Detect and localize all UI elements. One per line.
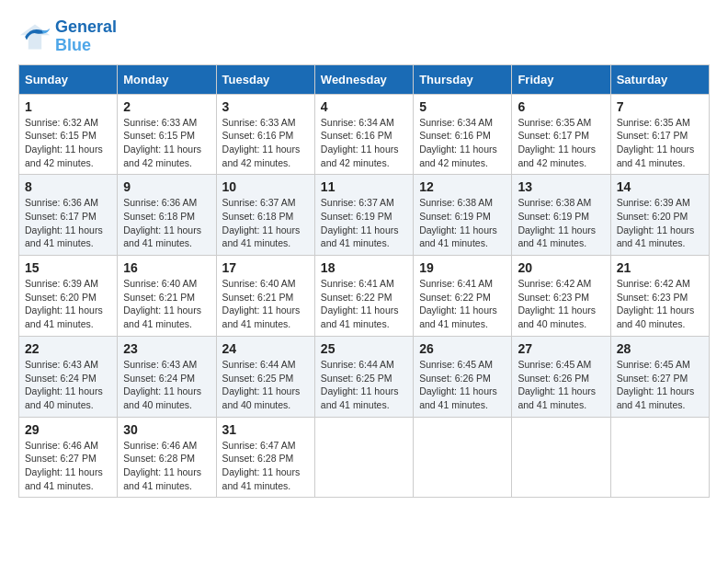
day-info: Sunrise: 6:39 AM Sunset: 6:20 PM Dayligh… bbox=[25, 277, 111, 331]
day-number: 30 bbox=[123, 422, 210, 437]
calendar-day-cell: 23Sunrise: 6:43 AM Sunset: 6:24 PM Dayli… bbox=[118, 336, 216, 417]
calendar-week-row: 15Sunrise: 6:39 AM Sunset: 6:20 PM Dayli… bbox=[19, 256, 710, 337]
calendar-day-cell: 12Sunrise: 6:38 AM Sunset: 6:19 PM Dayli… bbox=[414, 175, 512, 256]
day-number: 15 bbox=[25, 260, 111, 275]
calendar-day-header: Monday bbox=[118, 64, 216, 94]
day-info: Sunrise: 6:46 AM Sunset: 6:27 PM Dayligh… bbox=[25, 439, 111, 493]
day-number: 27 bbox=[518, 341, 604, 356]
day-info: Sunrise: 6:36 AM Sunset: 6:17 PM Dayligh… bbox=[25, 196, 111, 250]
day-info: Sunrise: 6:47 AM Sunset: 6:28 PM Dayligh… bbox=[222, 439, 309, 493]
day-number: 3 bbox=[222, 99, 309, 114]
calendar-day-cell: 9Sunrise: 6:36 AM Sunset: 6:18 PM Daylig… bbox=[118, 175, 216, 256]
day-info: Sunrise: 6:33 AM Sunset: 6:16 PM Dayligh… bbox=[222, 116, 309, 170]
day-number: 16 bbox=[123, 260, 210, 275]
day-number: 7 bbox=[617, 99, 703, 114]
day-number: 29 bbox=[25, 422, 111, 437]
day-info: Sunrise: 6:34 AM Sunset: 6:16 PM Dayligh… bbox=[321, 116, 407, 170]
calendar-day-cell: 21Sunrise: 6:42 AM Sunset: 6:23 PM Dayli… bbox=[610, 256, 709, 337]
calendar-table: SundayMondayTuesdayWednesdayThursdayFrid… bbox=[18, 64, 710, 499]
day-number: 20 bbox=[518, 260, 604, 275]
day-info: Sunrise: 6:38 AM Sunset: 6:19 PM Dayligh… bbox=[419, 196, 506, 250]
day-number: 26 bbox=[419, 341, 506, 356]
day-info: Sunrise: 6:40 AM Sunset: 6:21 PM Dayligh… bbox=[222, 277, 309, 331]
day-info: Sunrise: 6:45 AM Sunset: 6:26 PM Dayligh… bbox=[419, 358, 506, 412]
day-info: Sunrise: 6:34 AM Sunset: 6:16 PM Dayligh… bbox=[419, 116, 506, 170]
day-number: 14 bbox=[617, 179, 703, 194]
day-number: 5 bbox=[419, 99, 506, 114]
calendar-day-cell: 6Sunrise: 6:35 AM Sunset: 6:17 PM Daylig… bbox=[512, 94, 610, 175]
calendar-day-cell: 7Sunrise: 6:35 AM Sunset: 6:17 PM Daylig… bbox=[610, 94, 709, 175]
calendar-day-cell: 17Sunrise: 6:40 AM Sunset: 6:21 PM Dayli… bbox=[216, 256, 314, 337]
day-info: Sunrise: 6:40 AM Sunset: 6:21 PM Dayligh… bbox=[123, 277, 210, 331]
logo: GeneralBlue bbox=[18, 18, 117, 55]
calendar-day-cell: 31Sunrise: 6:47 AM Sunset: 6:28 PM Dayli… bbox=[216, 417, 314, 498]
day-info: Sunrise: 6:42 AM Sunset: 6:23 PM Dayligh… bbox=[617, 277, 703, 331]
calendar-day-cell: 29Sunrise: 6:46 AM Sunset: 6:27 PM Dayli… bbox=[19, 417, 118, 498]
calendar-day-cell: 10Sunrise: 6:37 AM Sunset: 6:18 PM Dayli… bbox=[216, 175, 314, 256]
day-number: 12 bbox=[419, 179, 506, 194]
calendar-day-cell: 27Sunrise: 6:45 AM Sunset: 6:26 PM Dayli… bbox=[512, 336, 610, 417]
calendar-day-cell: 2Sunrise: 6:33 AM Sunset: 6:15 PM Daylig… bbox=[118, 94, 216, 175]
day-info: Sunrise: 6:41 AM Sunset: 6:22 PM Dayligh… bbox=[419, 277, 506, 331]
calendar-day-cell: 19Sunrise: 6:41 AM Sunset: 6:22 PM Dayli… bbox=[414, 256, 512, 337]
day-info: Sunrise: 6:45 AM Sunset: 6:27 PM Dayligh… bbox=[617, 358, 703, 412]
calendar-day-cell: 20Sunrise: 6:42 AM Sunset: 6:23 PM Dayli… bbox=[512, 256, 610, 337]
day-number: 18 bbox=[321, 260, 407, 275]
calendar-day-cell: 18Sunrise: 6:41 AM Sunset: 6:22 PM Dayli… bbox=[314, 256, 413, 337]
day-info: Sunrise: 6:45 AM Sunset: 6:26 PM Dayligh… bbox=[518, 358, 604, 412]
day-info: Sunrise: 6:38 AM Sunset: 6:19 PM Dayligh… bbox=[518, 196, 604, 250]
day-number: 17 bbox=[222, 260, 309, 275]
calendar-week-row: 8Sunrise: 6:36 AM Sunset: 6:17 PM Daylig… bbox=[19, 175, 710, 256]
logo-icon bbox=[18, 20, 51, 53]
calendar-day-cell: 14Sunrise: 6:39 AM Sunset: 6:20 PM Dayli… bbox=[610, 175, 709, 256]
calendar-day-cell: 25Sunrise: 6:44 AM Sunset: 6:25 PM Dayli… bbox=[314, 336, 413, 417]
calendar-week-row: 1Sunrise: 6:32 AM Sunset: 6:15 PM Daylig… bbox=[19, 94, 710, 175]
calendar-day-cell: 28Sunrise: 6:45 AM Sunset: 6:27 PM Dayli… bbox=[610, 336, 709, 417]
day-number: 10 bbox=[222, 179, 309, 194]
logo-text: GeneralBlue bbox=[55, 18, 117, 55]
calendar-day-header: Thursday bbox=[414, 64, 512, 94]
day-number: 22 bbox=[25, 341, 111, 356]
day-info: Sunrise: 6:41 AM Sunset: 6:22 PM Dayligh… bbox=[321, 277, 407, 331]
calendar-day-cell: 15Sunrise: 6:39 AM Sunset: 6:20 PM Dayli… bbox=[19, 256, 118, 337]
day-number: 25 bbox=[321, 341, 407, 356]
day-info: Sunrise: 6:43 AM Sunset: 6:24 PM Dayligh… bbox=[25, 358, 111, 412]
day-info: Sunrise: 6:42 AM Sunset: 6:23 PM Dayligh… bbox=[518, 277, 604, 331]
day-info: Sunrise: 6:44 AM Sunset: 6:25 PM Dayligh… bbox=[222, 358, 309, 412]
day-number: 19 bbox=[419, 260, 506, 275]
day-number: 2 bbox=[123, 99, 210, 114]
calendar-day-cell: 4Sunrise: 6:34 AM Sunset: 6:16 PM Daylig… bbox=[314, 94, 413, 175]
day-info: Sunrise: 6:37 AM Sunset: 6:19 PM Dayligh… bbox=[321, 196, 407, 250]
calendar-day-cell bbox=[314, 417, 413, 498]
day-number: 24 bbox=[222, 341, 309, 356]
calendar-day-header: Tuesday bbox=[216, 64, 314, 94]
calendar-week-row: 29Sunrise: 6:46 AM Sunset: 6:27 PM Dayli… bbox=[19, 417, 710, 498]
calendar-header-row: SundayMondayTuesdayWednesdayThursdayFrid… bbox=[19, 64, 710, 94]
day-info: Sunrise: 6:32 AM Sunset: 6:15 PM Dayligh… bbox=[25, 116, 111, 170]
day-number: 13 bbox=[518, 179, 604, 194]
day-number: 21 bbox=[617, 260, 703, 275]
day-info: Sunrise: 6:35 AM Sunset: 6:17 PM Dayligh… bbox=[617, 116, 703, 170]
calendar-week-row: 22Sunrise: 6:43 AM Sunset: 6:24 PM Dayli… bbox=[19, 336, 710, 417]
calendar-day-header: Friday bbox=[512, 64, 610, 94]
day-info: Sunrise: 6:39 AM Sunset: 6:20 PM Dayligh… bbox=[617, 196, 703, 250]
calendar-day-cell: 1Sunrise: 6:32 AM Sunset: 6:15 PM Daylig… bbox=[19, 94, 118, 175]
calendar-day-cell: 5Sunrise: 6:34 AM Sunset: 6:16 PM Daylig… bbox=[414, 94, 512, 175]
day-number: 31 bbox=[222, 422, 309, 437]
calendar-day-cell: 11Sunrise: 6:37 AM Sunset: 6:19 PM Dayli… bbox=[314, 175, 413, 256]
calendar-day-cell: 24Sunrise: 6:44 AM Sunset: 6:25 PM Dayli… bbox=[216, 336, 314, 417]
day-number: 9 bbox=[123, 179, 210, 194]
calendar-day-header: Saturday bbox=[610, 64, 709, 94]
day-info: Sunrise: 6:46 AM Sunset: 6:28 PM Dayligh… bbox=[123, 439, 210, 493]
day-info: Sunrise: 6:44 AM Sunset: 6:25 PM Dayligh… bbox=[321, 358, 407, 412]
calendar-day-cell bbox=[414, 417, 512, 498]
day-info: Sunrise: 6:35 AM Sunset: 6:17 PM Dayligh… bbox=[518, 116, 604, 170]
calendar-day-cell: 3Sunrise: 6:33 AM Sunset: 6:16 PM Daylig… bbox=[216, 94, 314, 175]
day-number: 6 bbox=[518, 99, 604, 114]
day-number: 8 bbox=[25, 179, 111, 194]
day-number: 28 bbox=[617, 341, 703, 356]
day-number: 23 bbox=[123, 341, 210, 356]
day-info: Sunrise: 6:33 AM Sunset: 6:15 PM Dayligh… bbox=[123, 116, 210, 170]
day-number: 1 bbox=[25, 99, 111, 114]
svg-marker-0 bbox=[20, 24, 50, 49]
